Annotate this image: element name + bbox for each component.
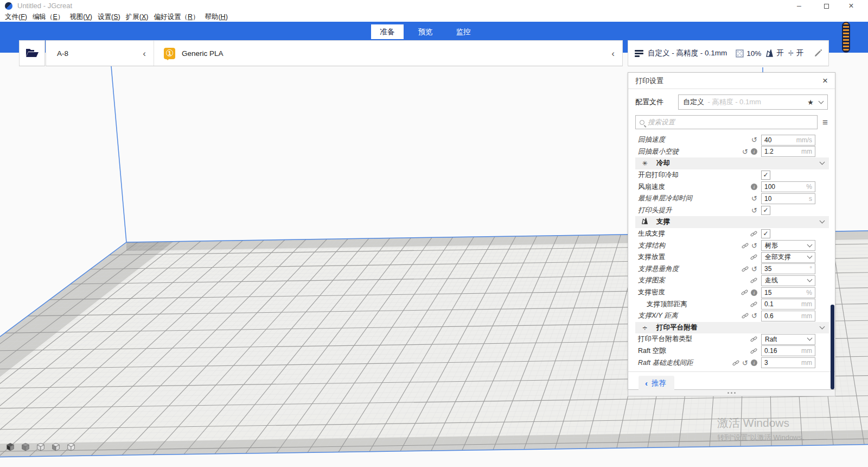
setting-label: 风扇速度 (638, 182, 665, 192)
view-right-icon[interactable] (66, 442, 76, 452)
setting-select[interactable]: 全部支撑 (761, 252, 815, 263)
link-icon (750, 336, 757, 343)
view-orientation-toolbar (5, 442, 76, 452)
revert-icon[interactable]: ↺ (751, 312, 757, 319)
revert-icon[interactable]: ↺ (751, 266, 757, 273)
tab-2[interactable]: 预览 (409, 24, 442, 39)
setting-checkbox[interactable]: ✓ (761, 171, 770, 180)
favorite-star-icon[interactable]: ★ (807, 98, 814, 106)
input-unit: mm (801, 359, 812, 367)
setting-select[interactable]: 树形 (761, 240, 815, 251)
infill-icon (736, 49, 744, 58)
chevron-down-icon (807, 336, 813, 341)
setting-input[interactable]: 0.1mm (761, 299, 815, 310)
input-unit: % (806, 183, 812, 191)
material-selector[interactable]: 1 Generic PLA ‹ (154, 41, 622, 66)
menu-item[interactable]: 扩展(X) (123, 12, 151, 22)
input-unit: ° (809, 265, 812, 273)
setting-row: 支撑放置全部支撑 (628, 251, 835, 263)
link-icon (732, 359, 739, 367)
setting-input[interactable]: 100% (761, 181, 815, 192)
open-file-button[interactable] (19, 40, 45, 66)
revert-icon[interactable]: ↺ (742, 359, 748, 367)
setting-label: Raft 基础走线间距 (638, 358, 693, 368)
profile-value: 自定义 (683, 97, 704, 107)
profile-dropdown[interactable]: 自定义 - 高精度 - 0.1mm ★ (678, 94, 828, 110)
chevron-down-icon (820, 324, 825, 329)
input-unit: mm (801, 300, 812, 308)
revert-icon[interactable]: ↺ (751, 242, 757, 249)
maximize-button[interactable] (814, 0, 839, 12)
setting-input[interactable]: 0.6mm (761, 311, 815, 321)
menu-bar: 文件(F)编辑（E）视图(V)设置(S)扩展(X)偏好设置（R）帮助(H) (0, 12, 868, 22)
setting-checkbox[interactable]: ✓ (761, 229, 770, 238)
search-input[interactable]: 搜索设置 (635, 115, 818, 129)
setting-row: 打印头提升↺✓ (628, 205, 835, 217)
section-header-fan[interactable]: ✳冷却 (635, 157, 829, 169)
setting-label: 支撑放置 (638, 253, 665, 262)
section-label: 打印平台附着 (656, 323, 697, 332)
setting-row: 回抽速度↺40mm/s (628, 134, 835, 146)
setting-row: 开启打印冷却✓ (628, 169, 835, 181)
input-unit: mm (801, 148, 812, 155)
minimize-button[interactable]: – (787, 0, 812, 12)
setting-input[interactable]: 0.16mm (761, 345, 815, 356)
revert-icon[interactable]: ↺ (742, 148, 748, 155)
app-logo-icon (5, 2, 12, 10)
info-icon: i (751, 289, 757, 296)
revert-icon[interactable]: ↺ (751, 195, 757, 202)
menu-item[interactable]: 文件(F) (2, 12, 30, 22)
chevron-down-icon (820, 218, 825, 224)
setting-row: 支撑X/Y 距离↺0.6mm (628, 310, 835, 322)
material-name: Generic PLA (182, 49, 224, 58)
setting-row: 风扇速度i100% (628, 181, 835, 193)
support-summary: 开 (765, 48, 784, 58)
setting-checkbox[interactable]: ✓ (761, 206, 770, 215)
setting-select[interactable]: 走线 (761, 275, 815, 286)
setting-label: 打印平台附着类型 (638, 335, 692, 344)
setting-input[interactable]: 40mm/s (761, 135, 815, 146)
setting-label: 支撑顶部距离 (638, 300, 687, 309)
panel-close-icon[interactable]: × (822, 76, 828, 85)
revert-icon[interactable]: ↺ (751, 136, 757, 143)
section-header-support[interactable]: 支撑 (635, 216, 829, 228)
panel-resize-handle[interactable] (628, 390, 835, 396)
setting-input[interactable]: 10s (761, 193, 815, 204)
menu-item[interactable]: 帮助(H) (202, 12, 230, 22)
chevron-down-icon (807, 242, 813, 247)
setting-input[interactable]: 3mm (761, 357, 815, 368)
view-3d-icon[interactable] (5, 442, 15, 452)
link-icon (742, 266, 749, 273)
section-header-adhesion[interactable]: ÷打印平台附着 (635, 322, 829, 334)
tab-1[interactable]: 准备 (371, 24, 404, 39)
input-unit: s (809, 195, 812, 203)
input-value: 10 (764, 195, 809, 203)
revert-icon[interactable]: ↺ (751, 207, 757, 214)
view-front-icon[interactable] (21, 442, 30, 452)
close-button[interactable]: × (839, 0, 864, 12)
edit-pencil-icon[interactable] (814, 49, 822, 57)
open-folder-icon (25, 47, 39, 59)
view-top-icon[interactable] (36, 442, 46, 452)
menu-item[interactable]: 偏好设置（R） (151, 12, 202, 22)
menu-item[interactable]: 视图(V) (67, 12, 95, 22)
extruder-badge-icon: 1 (164, 48, 175, 59)
setting-input[interactable]: 35° (761, 263, 815, 274)
menu-item[interactable]: 编辑（E） (30, 12, 67, 22)
info-icon: i (751, 148, 757, 155)
panel-header[interactable]: 打印设置 × (628, 73, 835, 89)
setting-input[interactable]: 1.2mm (761, 146, 815, 157)
setting-label: Raft 空隙 (638, 346, 666, 356)
printer-selector[interactable]: A-8 ‹ (46, 41, 154, 66)
infill-value: 10% (746, 49, 761, 58)
view-left-icon[interactable] (51, 442, 61, 452)
menu-item[interactable]: 设置(S) (95, 12, 123, 22)
panel-scrollbar-thumb[interactable] (831, 305, 834, 389)
setting-input[interactable]: 15% (761, 287, 815, 298)
print-settings-summary[interactable]: 自定义 - 高精度 - 0.1mm 10% 开 ÷ 开 (628, 40, 829, 66)
recommended-mode-button[interactable]: ‹ 推荐 (639, 376, 674, 392)
settings-visibility-menu-icon[interactable]: ≡ (822, 118, 828, 127)
tab-3[interactable]: 监控 (447, 24, 480, 39)
setting-label: 最短单层冷却时间 (638, 194, 692, 203)
setting-select[interactable]: Raft (761, 334, 815, 345)
